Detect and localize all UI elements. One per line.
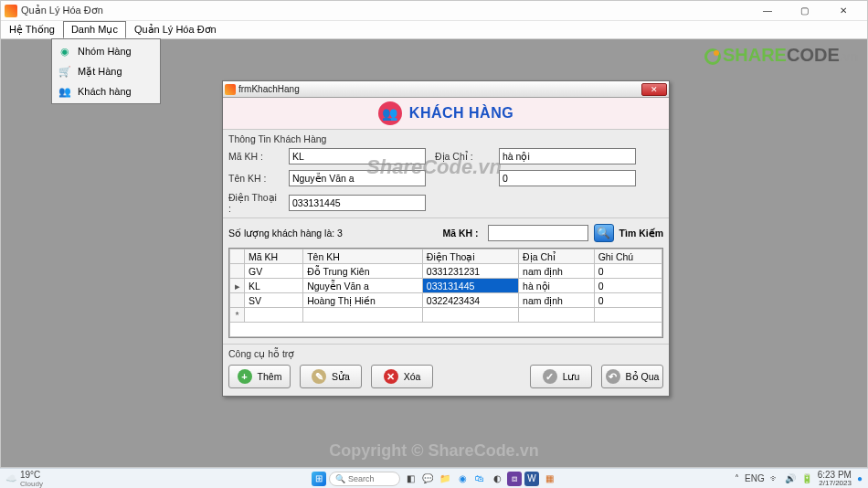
date: 2/17/2023 — [818, 480, 852, 487]
app-title: Quản Lý Hóa Đơn — [21, 5, 749, 16]
col-dia-chi[interactable]: Địa Chỉ — [519, 249, 595, 264]
check-icon: ✓ — [543, 369, 557, 384]
col-ten-kh[interactable]: Tên KH — [303, 249, 423, 264]
info-section: Thông Tin Khách Hàng Mã KH : Địa Chỉ : T… — [223, 129, 669, 217]
vs-icon[interactable]: ⧈ — [507, 472, 522, 486]
customers-icon: 👥 — [378, 101, 402, 125]
wifi-icon[interactable]: ᯤ — [770, 473, 779, 483]
task-view-icon[interactable]: ◧ — [403, 472, 418, 486]
label-ma-kh: Mã KH : — [228, 151, 280, 162]
banner: 👥 KHÁCH HÀNG — [223, 98, 669, 129]
count-text: Số lượng khách hàng là: 3 — [228, 228, 343, 239]
delete-button[interactable]: ✕Xóa — [371, 365, 433, 388]
edge-icon[interactable]: ◉ — [455, 472, 470, 486]
form-icon — [225, 84, 236, 95]
x-icon: ✕ — [384, 369, 398, 384]
word-icon[interactable]: W — [524, 472, 539, 486]
search-input[interactable] — [488, 225, 588, 241]
taskbar-search-input[interactable] — [348, 474, 394, 483]
menu-item-khach-hang[interactable]: 👥 Khách hàng — [54, 81, 158, 101]
tray-chevron-icon[interactable]: ˄ — [735, 473, 739, 483]
col-ghi-chu[interactable]: Ghi Chú — [594, 249, 662, 264]
maximize-button[interactable]: ▢ — [786, 1, 822, 21]
table-row[interactable]: ▸ KLNguyễn Văn a033131445hà nội0 — [230, 279, 662, 293]
menu-quan-ly-hoa-don[interactable]: Quản Lý Hóa Đơn — [126, 21, 225, 38]
save-button[interactable]: ✓Lưu — [530, 365, 592, 388]
undo-icon: ↶ — [606, 369, 620, 384]
menu-item-nhom-hang[interactable]: ◉ Nhóm Hàng — [54, 41, 158, 61]
wrench-icon: ✎ — [312, 369, 326, 384]
titlebar[interactable]: Quản Lý Hóa Đơn — ▢ ✕ — [1, 1, 867, 21]
menu-item-mat-hang[interactable]: 🛒 Mặt Hàng — [54, 61, 158, 81]
menu-danh-muc[interactable]: Danh Mục — [63, 21, 126, 38]
search-icon-button[interactable]: 🔍 — [594, 224, 614, 242]
toolbar: Công cụ hỗ trợ +Thêm ✎Sửa ✕Xóa ✓Lưu ↶Bỏ … — [223, 344, 669, 396]
chrome-icon[interactable]: ◐ — [490, 472, 504, 486]
sql-icon[interactable]: ▦ — [542, 472, 556, 486]
explorer-icon[interactable]: 📁 — [438, 472, 452, 486]
weather-widget[interactable]: ☁️ 19°C Cloudy — [5, 470, 43, 488]
child-title: frmKhachHang — [238, 84, 641, 94]
menu-he-thong[interactable]: Hệ Thống — [1, 21, 63, 38]
label-dia-chi: Địa Chỉ : — [435, 151, 490, 162]
store-icon[interactable]: 🛍 — [472, 472, 487, 486]
edit-button[interactable]: ✎Sửa — [300, 365, 362, 388]
label-dien-thoai: Điện Thoại : — [228, 192, 280, 214]
count-row: Số lượng khách hàng là: 3 Mã KH : 🔍 Tìm … — [223, 217, 669, 248]
chat-icon[interactable]: 💬 — [420, 472, 435, 486]
input-ten-kh[interactable] — [289, 170, 426, 186]
magnifier-icon: 🔍 — [597, 227, 610, 239]
temperature: 19°C — [20, 470, 43, 480]
table-row[interactable]: GVĐỗ Trung Kiên0331231231nam định0 — [230, 264, 662, 279]
minimize-button[interactable]: — — [749, 1, 786, 21]
plus-icon: + — [238, 369, 252, 384]
add-button[interactable]: +Thêm — [228, 365, 291, 388]
child-titlebar[interactable]: frmKhachHang ✕ — [223, 81, 669, 98]
taskbar-search[interactable]: 🔍 — [329, 472, 400, 486]
search-label: Mã KH : — [442, 228, 478, 239]
toolbar-title: Công cụ hỗ trợ — [228, 348, 663, 359]
cart-icon: 🛒 — [58, 64, 72, 79]
banner-title: KHÁCH HÀNG — [409, 105, 513, 122]
time: 6:23 PM — [818, 471, 852, 480]
customer-window: frmKhachHang ✕ 👥 KHÁCH HÀNG Thông Tin Kh… — [222, 80, 670, 397]
menubar: Hệ Thống Danh Mục Quản Lý Hóa Đơn — [1, 21, 867, 39]
info-title: Thông Tin Khách Hàng — [228, 133, 663, 144]
volume-icon[interactable]: 🔊 — [785, 473, 796, 483]
app-icon — [5, 5, 17, 17]
notifications-icon[interactable]: ● — [857, 473, 863, 483]
col-ma-kh[interactable]: Mã KH — [245, 249, 303, 264]
menu-item-label: Khách hàng — [78, 86, 132, 97]
menu-item-label: Nhóm Hàng — [78, 46, 132, 57]
menu-danh-muc-dropdown: ◉ Nhóm Hàng 🛒 Mặt Hàng 👥 Khách hàng — [51, 38, 161, 104]
customers-grid[interactable]: Mã KH Tên KH Điện Thoại Địa Chỉ Ghi Chú … — [228, 248, 663, 338]
taskbar-center: ⊞ 🔍 ◧ 💬 📁 ◉ 🛍 ◐ ⧈ W ▦ — [312, 472, 556, 486]
weather-icon: ☁️ — [5, 473, 16, 483]
col-dien-thoai[interactable]: Điện Thoại — [422, 249, 518, 264]
child-close-button[interactable]: ✕ — [641, 83, 667, 96]
table-row[interactable]: SVHoàng Thị Hiền0322423434nam định0 — [230, 293, 662, 308]
skip-button[interactable]: ↶Bỏ Qua — [601, 365, 663, 388]
input-dien-thoai[interactable] — [289, 195, 426, 211]
battery-icon[interactable]: 🔋 — [801, 473, 812, 483]
people-icon: 👥 — [58, 84, 72, 99]
label-ten-kh: Tên KH : — [228, 173, 280, 184]
circle-icon: ◉ — [58, 44, 72, 58]
start-button[interactable]: ⊞ — [312, 472, 326, 486]
input-ghi-chu[interactable] — [499, 170, 636, 186]
clock[interactable]: 6:23 PM 2/17/2023 — [818, 471, 852, 487]
input-ma-kh[interactable] — [289, 148, 426, 164]
language-indicator[interactable]: ENG — [745, 473, 765, 483]
menu-item-label: Mặt Hàng — [78, 66, 122, 78]
table-row-new[interactable]: * — [230, 308, 662, 323]
input-dia-chi[interactable] — [499, 148, 636, 164]
watermark-logo: SHARECODE.vn — [704, 45, 858, 66]
search-button-label[interactable]: Tìm Kiếm — [619, 228, 663, 239]
taskbar[interactable]: ☁️ 19°C Cloudy ⊞ 🔍 ◧ 💬 📁 ◉ 🛍 ◐ ⧈ W ▦ ˄ E… — [0, 468, 868, 488]
condition: Cloudy — [20, 480, 43, 488]
close-button[interactable]: ✕ — [822, 1, 863, 21]
search-icon: 🔍 — [335, 474, 345, 483]
